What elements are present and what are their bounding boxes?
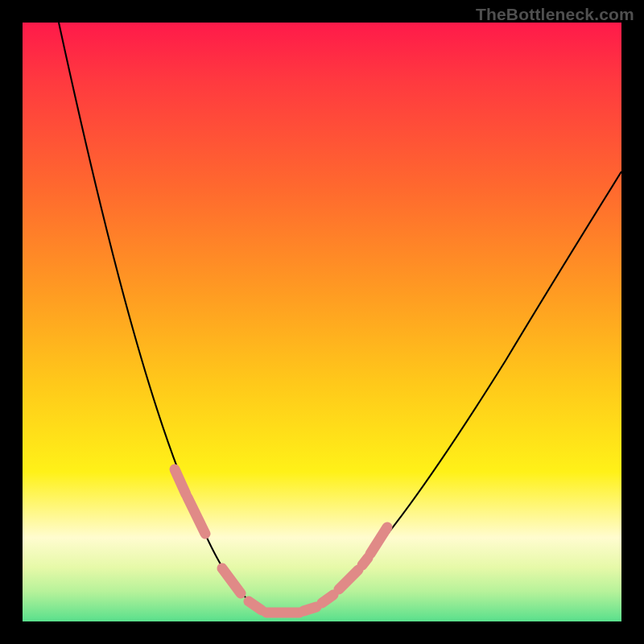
dot-segment — [188, 497, 205, 534]
dot-segment — [362, 558, 368, 565]
dot-segment — [222, 568, 241, 593]
dot-segment — [175, 469, 186, 494]
dot-segment — [322, 595, 333, 603]
dot-segment — [249, 601, 262, 610]
chart-frame: TheBottleneck.com — [0, 0, 644, 644]
curve-markers — [175, 469, 387, 613]
bottleneck-curve-svg — [23, 23, 621, 621]
dot-segment — [370, 527, 387, 554]
bottleneck-curve — [59, 23, 621, 616]
dot-segment — [303, 607, 316, 611]
watermark-text: TheBottleneck.com — [476, 5, 634, 24]
dot-segment — [339, 570, 358, 589]
plot-area — [23, 23, 621, 621]
